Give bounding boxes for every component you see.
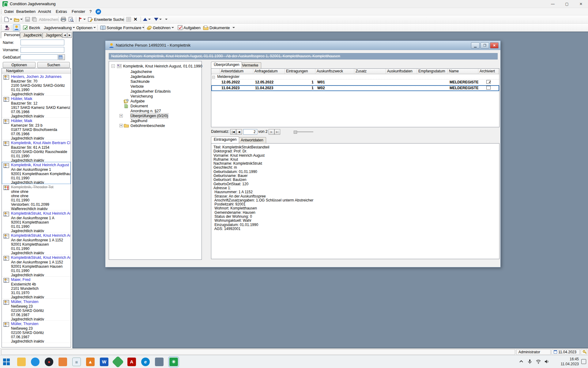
dokumente-button[interactable]: Dokumente [202, 24, 231, 31]
taskbar-orange-app-icon[interactable] [58, 358, 67, 366]
taskbar-condition-app-icon[interactable]: ✳ [169, 358, 178, 366]
first-record-button[interactable]: |◀ [230, 129, 236, 135]
col-antwortdatum[interactable]: Antwortdatum [220, 69, 253, 74]
erweiterte-suche-button[interactable]: Erweiterte Suche [87, 16, 125, 23]
tray-network-icon[interactable] [536, 359, 541, 365]
tab-eintragungen[interactable]: Eintragungen [211, 136, 239, 143]
sonstige-formulare-button[interactable]: Sonstige Formulare [99, 24, 145, 31]
col-anfragedatum[interactable]: Anfragedatum [253, 69, 285, 74]
gebuehren-button[interactable]: Gebühren [146, 24, 175, 31]
person-name[interactable]: Komplettnik, Theodor Tot [11, 185, 70, 190]
person-name[interactable]: Müller, Thorsten [11, 300, 70, 304]
navigate-next-button[interactable] [153, 16, 163, 23]
tab-antwortdaten[interactable]: Antwortdaten [238, 137, 266, 143]
col-zusatz[interactable]: Zusatz [354, 69, 386, 74]
list-item[interactable]: Hesters, Jochen Jo Johannes Bautzner Str… [2, 74, 71, 96]
taskbar-misc-app-icon[interactable] [155, 358, 164, 366]
table-row-selected[interactable]: 11.04.2023 11.04.2023 1 W02 MELDEREGISTE… [211, 85, 499, 91]
list-item[interactable]: KomplettnikStrukt, Knut Heinrich Augu An… [2, 210, 71, 232]
person-name[interactable]: Hübler, Maik [11, 119, 70, 123]
bezirk-button[interactable]: Bezirk [22, 24, 41, 31]
taskbar-browser-icon[interactable] [31, 358, 40, 366]
menu-bearbeiten[interactable]: Bearbeiten [15, 9, 37, 14]
menu-fenster[interactable]: Fenster [70, 9, 86, 14]
taskbar-notepad-icon[interactable]: ≡ [72, 358, 81, 366]
last-record-button[interactable]: ▶| [274, 129, 280, 135]
taskbar-diamond-app-icon[interactable] [112, 356, 124, 368]
tray-volume-icon[interactable] [545, 359, 550, 365]
taskbar-edge-icon[interactable]: e [141, 358, 150, 366]
taskbar-acrobat-icon[interactable]: A [127, 358, 136, 366]
expand-icon[interactable]: + [119, 114, 123, 117]
toolbar-overflow-button[interactable] [164, 16, 168, 23]
person-name[interactable]: KomplettnikStrukt, Knut Heinrich Augu [11, 255, 70, 260]
col-archiviert[interactable]: Archiviert [478, 69, 499, 74]
properties-button[interactable] [125, 16, 132, 23]
next-record-button[interactable]: ▶ [269, 129, 274, 135]
print-preview-button[interactable] [68, 16, 74, 23]
navigate-previous-button[interactable] [142, 16, 152, 23]
tab-jagdgenossen[interactable]: Jagdgenossen [43, 32, 62, 38]
jagdverwaltung-menu-button[interactable]: Jagdverwaltung [43, 24, 76, 31]
flag-filter-button[interactable] [77, 16, 87, 23]
aufgaben-button[interactable]: Aufgaben [177, 24, 202, 31]
list-item[interactable]: Müller, Thorsten Neißeweg 23 02100 SAKD … [2, 299, 71, 321]
open-button[interactable] [13, 16, 24, 23]
menu-extras[interactable]: Extras [55, 9, 68, 14]
menu-datei[interactable]: Datei [3, 9, 15, 14]
list-item-selected[interactable]: Komplettnik, Knut Heinrich August An der… [2, 162, 71, 184]
dialog-titlebar[interactable]: Natürliche Person 14992001 - Komplettnik… [105, 41, 500, 50]
person-name[interactable]: KomplettnikStrukt, Knut Heinrich Augu [11, 211, 70, 216]
col-auskunftszweck[interactable]: Auskunftszweck [315, 69, 354, 74]
teamviewer-icon[interactable]: ⇄ [96, 9, 101, 14]
list-item[interactable]: Hübler, Maik Bautzner Str. 12 1917 SAKD … [2, 96, 71, 118]
list-item[interactable]: Müller, Thorsten Neißeweg 23 02100 SAKD … [2, 321, 71, 343]
tab-personen[interactable]: Personen [1, 32, 20, 38]
calendar-button[interactable] [58, 54, 65, 60]
person-name[interactable]: Komplettnik, Knut Alwin Bertram Christ [11, 141, 70, 145]
optionen-button[interactable]: Optionen [3, 62, 36, 68]
taskbar-file-explorer-icon[interactable] [17, 358, 26, 366]
tab-vermerke[interactable]: Vermerke [239, 62, 261, 68]
archiviert-checkbox-unchecked[interactable] [486, 86, 491, 90]
archiviert-checkbox-checked[interactable]: ✓ [486, 80, 491, 84]
tray-clock[interactable]: 16:45 11.04.2023 [561, 357, 579, 366]
person-search-button[interactable] [3, 24, 10, 31]
list-item-deceased[interactable]: Komplettnik, Theodor Tot ohne ohne ohne … [2, 184, 71, 210]
close-button[interactable]: ✕ [574, 0, 588, 8]
list-item[interactable]: KomplettnikStrukt, Knut Heinrich Augu An… [2, 232, 71, 255]
tab-jagdbezirke[interactable]: Jagdbezirke [20, 32, 42, 38]
print-button[interactable] [60, 16, 67, 23]
vorname-input[interactable] [21, 47, 64, 53]
col-eintragungen[interactable]: Eintragungen [285, 69, 315, 74]
dialog-maximize-button[interactable]: ❐ [481, 42, 489, 48]
person-name[interactable]: Müller, Thorsten [11, 322, 70, 326]
group-collapse-icon[interactable]: − [212, 76, 215, 79]
gebdatum-input[interactable] [21, 54, 58, 60]
person-name[interactable]: Maier, Fred [11, 278, 70, 282]
person-name[interactable]: Komplettnik, Knut Heinrich August [11, 163, 70, 167]
tray-chevron-up-icon[interactable] [519, 359, 524, 365]
tray-microphone-icon[interactable] [527, 359, 533, 365]
navigation-header[interactable]: Navigation [2, 68, 71, 74]
menu-hilfe[interactable]: ? [88, 9, 93, 14]
table-group-row[interactable]: − Melderegister [211, 74, 499, 79]
person-name[interactable]: KomplettnikStrukt, Knut Heinrich Augu [11, 233, 70, 238]
save-all-button[interactable] [31, 16, 38, 23]
save-button[interactable] [24, 16, 31, 23]
new-document-button[interactable] [3, 16, 13, 23]
tab-scroll-left-icon[interactable]: ◀ [62, 33, 67, 38]
person-name[interactable]: Hesters, Jochen Jo Johannes [11, 75, 70, 79]
dialog-close-button[interactable]: ✕ [490, 42, 499, 48]
tray-notification-icon[interactable] [581, 359, 586, 364]
minimize-button[interactable]: — [546, 0, 560, 8]
delete-button[interactable]: ✕ [133, 16, 138, 23]
previous-record-button[interactable]: ◀ [236, 129, 242, 135]
record-slider[interactable] [294, 132, 313, 132]
col-auskunftsdaten[interactable]: Auskunftsdaten [386, 69, 417, 74]
start-button[interactable] [3, 358, 10, 365]
tab-scroll-right-icon[interactable]: ▶ [67, 33, 72, 38]
taskbar-media-player-icon[interactable]: ● [45, 358, 53, 366]
expand-icon[interactable]: + [119, 124, 123, 127]
optionen-menu-button[interactable]: Optionen [75, 24, 97, 31]
